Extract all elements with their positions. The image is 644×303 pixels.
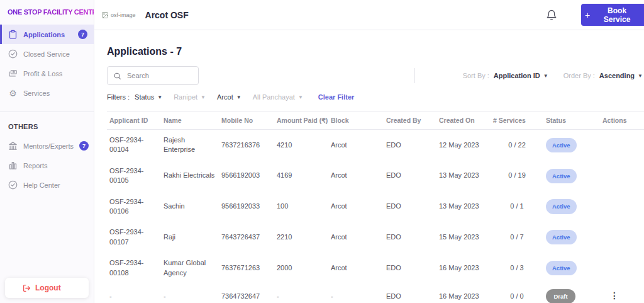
cell-services: 0 / 22 xyxy=(491,130,543,161)
sort-by-dropdown[interactable]: Sort By : Application ID ▼ xyxy=(463,72,548,79)
cell-mobile-no: 7364732647 xyxy=(219,283,274,303)
search-input[interactable] xyxy=(126,71,192,80)
cell-block: Arcot xyxy=(328,130,384,161)
cell-applicant-id: - xyxy=(107,283,161,303)
cell-created-on: 16 May 2023 xyxy=(436,283,491,303)
col-status: Status xyxy=(543,111,600,130)
cell-name: Kumar Global Agency xyxy=(161,253,219,283)
sidebar-item-services[interactable]: ⚙ Services xyxy=(0,83,94,103)
status-badge[interactable]: Active xyxy=(546,169,577,183)
cell-created-by: EDO xyxy=(384,130,436,161)
sidebar-item-closed-service[interactable]: Closed Service xyxy=(0,44,94,64)
cell-name: - xyxy=(161,283,219,303)
cell-applicant-id: OSF-2934-00106 xyxy=(107,192,161,222)
sidebar-item-reports[interactable]: Reports xyxy=(0,156,94,175)
sidebar-item-label: Applications xyxy=(23,31,65,38)
status-badge[interactable]: Draft xyxy=(546,289,575,303)
search-icon xyxy=(113,72,121,80)
logout-label: Logout xyxy=(35,283,61,292)
panchayat-filter-dropdown[interactable]: All Panchayat ▼ xyxy=(253,93,303,101)
table-row[interactable]: - - 7364732647 - - EDO 16 May 2023 0 / 0… xyxy=(107,283,644,303)
block-filter-dropdown[interactable]: Arcot ▼ xyxy=(217,93,242,101)
col-name: Name xyxy=(161,111,219,130)
book-service-button[interactable]: + Book Service xyxy=(581,4,644,26)
cell-status: Active xyxy=(543,192,600,222)
sidebar-item-label: Reports xyxy=(23,162,48,169)
chevron-down-icon: ▼ xyxy=(236,94,242,100)
cell-amount-paid: 2210 xyxy=(274,222,328,253)
cell-status: Active xyxy=(543,222,600,253)
table-row[interactable]: OSF-2934-00104 Rajesh Enterprise 7637216… xyxy=(107,130,644,161)
cell-services: 0 / 3 xyxy=(491,253,543,283)
sort-by-value: Application ID xyxy=(494,72,540,79)
notification-bell-icon[interactable] xyxy=(546,9,557,21)
status-badge[interactable]: Active xyxy=(546,199,577,214)
cell-actions: ⋮ xyxy=(600,192,644,222)
mentor-bank-icon xyxy=(8,141,18,151)
cell-mobile-no: 7643726437 xyxy=(219,222,274,253)
cell-services: 0 / 1 xyxy=(491,192,543,222)
table-row[interactable]: OSF-2934-00106 Sachin 9566192033 100 Arc… xyxy=(107,192,644,222)
status-badge[interactable]: Active xyxy=(546,230,577,244)
sidebar-item-mentors-experts[interactable]: Mentors/Experts 7 xyxy=(0,136,94,156)
cell-mobile-no: 9566192033 xyxy=(219,192,274,222)
sidebar-item-label: Profit & Loss xyxy=(23,70,62,77)
table-row[interactable]: OSF-2934-00107 Raji 7643726437 2210 Arco… xyxy=(107,222,644,253)
sidebar-item-label: Services xyxy=(23,89,50,97)
cell-applicant-id: OSF-2934-00107 xyxy=(107,222,161,253)
district-filter-dropdown[interactable]: Ranipet ▼ xyxy=(174,93,206,101)
others-section-label: OTHERS xyxy=(0,112,94,136)
table-body: OSF-2934-00104 Rajesh Enterprise 7637216… xyxy=(107,130,644,303)
cell-amount-paid: 4210 xyxy=(274,130,328,161)
cell-mobile-no: 9566192003 xyxy=(219,161,274,192)
sidebar-item-applications[interactable]: Applications 7 xyxy=(0,25,94,44)
clear-filter-link[interactable]: Clear Filter xyxy=(318,93,354,101)
applications-heading: Applications - 7 xyxy=(107,46,644,57)
logout-button[interactable]: Logout xyxy=(5,278,89,298)
cell-amount-paid: 2000 xyxy=(274,253,328,283)
cell-actions: ⋮ xyxy=(600,222,644,253)
table-row[interactable]: OSF-2934-00105 Rakhi Electricals 9566192… xyxy=(107,161,644,192)
filters-row: Filters : Status ▼ Ranipet ▼ Arcot ▼ All… xyxy=(107,93,644,101)
order-by-dropdown[interactable]: Order By : Ascending ▼ xyxy=(564,72,643,79)
sidebar-item-profit-loss[interactable]: Profit & Loss xyxy=(0,64,94,83)
status-badge[interactable]: Active xyxy=(546,261,577,275)
cell-amount-paid: 4169 xyxy=(274,161,328,192)
col-services: # Services xyxy=(491,111,543,130)
order-by-label: Order By : xyxy=(564,72,595,79)
cell-actions: ⋮ xyxy=(600,253,644,283)
cell-mobile-no: 7637671263 xyxy=(219,253,274,283)
sidebar-item-help-center[interactable]: Help Center xyxy=(0,175,94,195)
chevron-down-icon: ▼ xyxy=(543,73,548,79)
cell-created-on: 12 May 2023 xyxy=(436,130,491,161)
controls-row: Sort By : Application ID ▼ Order By : As… xyxy=(107,66,644,85)
logo-alt-text: osf-image xyxy=(111,12,136,18)
row-actions-menu-icon[interactable]: ⋮ xyxy=(602,291,619,300)
status-filter-dropdown[interactable]: Status ▼ xyxy=(135,93,162,101)
cell-name: Rakhi Electricals xyxy=(161,161,219,192)
cell-applicant-id: OSF-2934-00108 xyxy=(107,253,161,283)
cell-created-on: 13 May 2023 xyxy=(436,161,491,192)
page-title: Arcot OSF xyxy=(145,10,189,20)
cell-created-on: 16 May 2023 xyxy=(436,253,491,283)
cell-actions: ⋮ xyxy=(600,130,644,161)
cell-services: 0 / 0 xyxy=(491,283,543,303)
chevron-down-icon: ▼ xyxy=(157,94,162,100)
cell-created-by: EDO xyxy=(384,283,436,303)
cell-created-by: EDO xyxy=(384,253,436,283)
vertical-divider xyxy=(414,68,415,83)
chevron-down-icon: ▼ xyxy=(298,94,303,100)
col-created-by: Created By xyxy=(384,111,436,130)
sidebar-item-label: Help Center xyxy=(23,181,60,189)
table-row[interactable]: OSF-2934-00108 Kumar Global Agency 76376… xyxy=(107,253,644,283)
check-circle-icon xyxy=(8,49,18,59)
topbar: osf-image Arcot OSF + Book Service xyxy=(94,0,644,30)
cell-created-by: EDO xyxy=(384,192,436,222)
sidebar: ONE STOP FACILITY CENTRE Applications 7 … xyxy=(0,0,94,303)
col-mobile-no: Mobile No xyxy=(219,111,274,130)
status-badge[interactable]: Active xyxy=(546,138,577,152)
cell-services: 0 / 19 xyxy=(491,161,543,192)
sort-controls: Sort By : Application ID ▼ Order By : As… xyxy=(414,68,644,83)
search-box[interactable] xyxy=(107,66,199,85)
cell-block: Arcot xyxy=(328,192,384,222)
